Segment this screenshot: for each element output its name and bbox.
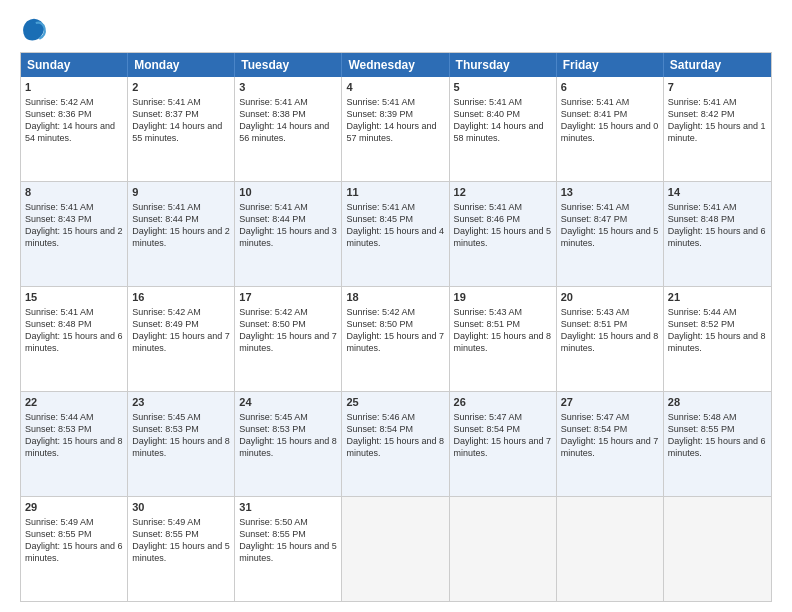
day-cell-22: 22Sunrise: 5:44 AMSunset: 8:53 PMDayligh…	[21, 392, 128, 496]
daylight: Daylight: 15 hours and 8 minutes.	[25, 436, 123, 458]
sunrise: Sunrise: 5:42 AM	[239, 307, 308, 317]
day-number: 16	[132, 290, 230, 305]
day-cell-7: 7Sunrise: 5:41 AMSunset: 8:42 PMDaylight…	[664, 77, 771, 181]
day-number: 25	[346, 395, 444, 410]
sunrise: Sunrise: 5:42 AM	[25, 97, 94, 107]
sunrise: Sunrise: 5:41 AM	[668, 97, 737, 107]
sunset: Sunset: 8:46 PM	[454, 214, 521, 224]
sunset: Sunset: 8:38 PM	[239, 109, 306, 119]
daylight: Daylight: 15 hours and 6 minutes.	[668, 226, 766, 248]
daylight: Daylight: 15 hours and 5 minutes.	[239, 541, 337, 563]
sunset: Sunset: 8:55 PM	[132, 529, 199, 539]
day-cell-11: 11Sunrise: 5:41 AMSunset: 8:45 PMDayligh…	[342, 182, 449, 286]
sunrise: Sunrise: 5:44 AM	[25, 412, 94, 422]
day-cell-21: 21Sunrise: 5:44 AMSunset: 8:52 PMDayligh…	[664, 287, 771, 391]
day-cell-9: 9Sunrise: 5:41 AMSunset: 8:44 PMDaylight…	[128, 182, 235, 286]
daylight: Daylight: 15 hours and 7 minutes.	[346, 331, 444, 353]
day-number: 14	[668, 185, 767, 200]
day-number: 3	[239, 80, 337, 95]
day-cell-24: 24Sunrise: 5:45 AMSunset: 8:53 PMDayligh…	[235, 392, 342, 496]
logo-icon	[20, 16, 48, 44]
daylight: Daylight: 15 hours and 6 minutes.	[668, 436, 766, 458]
sunset: Sunset: 8:40 PM	[454, 109, 521, 119]
day-number: 26	[454, 395, 552, 410]
daylight: Daylight: 15 hours and 5 minutes.	[454, 226, 552, 248]
day-cell-8: 8Sunrise: 5:41 AMSunset: 8:43 PMDaylight…	[21, 182, 128, 286]
header-day-monday: Monday	[128, 53, 235, 77]
header-day-friday: Friday	[557, 53, 664, 77]
sunrise: Sunrise: 5:44 AM	[668, 307, 737, 317]
daylight: Daylight: 15 hours and 8 minutes.	[561, 331, 659, 353]
calendar-row-1: 8Sunrise: 5:41 AMSunset: 8:43 PMDaylight…	[21, 182, 771, 287]
sunset: Sunset: 8:44 PM	[132, 214, 199, 224]
day-cell-26: 26Sunrise: 5:47 AMSunset: 8:54 PMDayligh…	[450, 392, 557, 496]
day-cell-3: 3Sunrise: 5:41 AMSunset: 8:38 PMDaylight…	[235, 77, 342, 181]
day-number: 18	[346, 290, 444, 305]
sunset: Sunset: 8:52 PM	[668, 319, 735, 329]
sunset: Sunset: 8:37 PM	[132, 109, 199, 119]
sunrise: Sunrise: 5:41 AM	[25, 307, 94, 317]
day-cell-13: 13Sunrise: 5:41 AMSunset: 8:47 PMDayligh…	[557, 182, 664, 286]
sunrise: Sunrise: 5:41 AM	[25, 202, 94, 212]
day-number: 9	[132, 185, 230, 200]
sunrise: Sunrise: 5:49 AM	[132, 517, 201, 527]
calendar-row-0: 1Sunrise: 5:42 AMSunset: 8:36 PMDaylight…	[21, 77, 771, 182]
sunrise: Sunrise: 5:45 AM	[132, 412, 201, 422]
sunrise: Sunrise: 5:50 AM	[239, 517, 308, 527]
sunset: Sunset: 8:48 PM	[25, 319, 92, 329]
header-day-tuesday: Tuesday	[235, 53, 342, 77]
daylight: Daylight: 14 hours and 57 minutes.	[346, 121, 436, 143]
day-cell-20: 20Sunrise: 5:43 AMSunset: 8:51 PMDayligh…	[557, 287, 664, 391]
day-number: 7	[668, 80, 767, 95]
sunset: Sunset: 8:54 PM	[346, 424, 413, 434]
daylight: Daylight: 15 hours and 4 minutes.	[346, 226, 444, 248]
day-cell-17: 17Sunrise: 5:42 AMSunset: 8:50 PMDayligh…	[235, 287, 342, 391]
day-cell-18: 18Sunrise: 5:42 AMSunset: 8:50 PMDayligh…	[342, 287, 449, 391]
sunset: Sunset: 8:51 PM	[561, 319, 628, 329]
sunrise: Sunrise: 5:41 AM	[132, 97, 201, 107]
sunrise: Sunrise: 5:41 AM	[346, 97, 415, 107]
daylight: Daylight: 15 hours and 7 minutes.	[239, 331, 337, 353]
sunrise: Sunrise: 5:47 AM	[454, 412, 523, 422]
sunrise: Sunrise: 5:48 AM	[668, 412, 737, 422]
day-number: 13	[561, 185, 659, 200]
header-day-thursday: Thursday	[450, 53, 557, 77]
sunrise: Sunrise: 5:49 AM	[25, 517, 94, 527]
page: SundayMondayTuesdayWednesdayThursdayFrid…	[0, 0, 792, 612]
daylight: Daylight: 14 hours and 56 minutes.	[239, 121, 329, 143]
sunset: Sunset: 8:39 PM	[346, 109, 413, 119]
sunrise: Sunrise: 5:41 AM	[132, 202, 201, 212]
daylight: Daylight: 15 hours and 8 minutes.	[132, 436, 230, 458]
sunrise: Sunrise: 5:41 AM	[561, 97, 630, 107]
daylight: Daylight: 15 hours and 1 minute.	[668, 121, 766, 143]
sunset: Sunset: 8:50 PM	[346, 319, 413, 329]
calendar-row-3: 22Sunrise: 5:44 AMSunset: 8:53 PMDayligh…	[21, 392, 771, 497]
empty-cell	[557, 497, 664, 601]
daylight: Daylight: 14 hours and 58 minutes.	[454, 121, 544, 143]
day-number: 29	[25, 500, 123, 515]
daylight: Daylight: 15 hours and 6 minutes.	[25, 331, 123, 353]
day-number: 22	[25, 395, 123, 410]
sunrise: Sunrise: 5:41 AM	[346, 202, 415, 212]
day-cell-5: 5Sunrise: 5:41 AMSunset: 8:40 PMDaylight…	[450, 77, 557, 181]
day-number: 10	[239, 185, 337, 200]
day-number: 19	[454, 290, 552, 305]
sunrise: Sunrise: 5:43 AM	[561, 307, 630, 317]
day-number: 28	[668, 395, 767, 410]
sunset: Sunset: 8:43 PM	[25, 214, 92, 224]
header-day-saturday: Saturday	[664, 53, 771, 77]
day-cell-29: 29Sunrise: 5:49 AMSunset: 8:55 PMDayligh…	[21, 497, 128, 601]
day-cell-31: 31Sunrise: 5:50 AMSunset: 8:55 PMDayligh…	[235, 497, 342, 601]
daylight: Daylight: 15 hours and 2 minutes.	[25, 226, 123, 248]
day-cell-16: 16Sunrise: 5:42 AMSunset: 8:49 PMDayligh…	[128, 287, 235, 391]
day-number: 21	[668, 290, 767, 305]
sunrise: Sunrise: 5:41 AM	[454, 97, 523, 107]
sunset: Sunset: 8:55 PM	[668, 424, 735, 434]
day-cell-4: 4Sunrise: 5:41 AMSunset: 8:39 PMDaylight…	[342, 77, 449, 181]
day-cell-10: 10Sunrise: 5:41 AMSunset: 8:44 PMDayligh…	[235, 182, 342, 286]
day-number: 4	[346, 80, 444, 95]
empty-cell	[342, 497, 449, 601]
daylight: Daylight: 15 hours and 8 minutes.	[668, 331, 766, 353]
day-cell-14: 14Sunrise: 5:41 AMSunset: 8:48 PMDayligh…	[664, 182, 771, 286]
sunset: Sunset: 8:49 PM	[132, 319, 199, 329]
